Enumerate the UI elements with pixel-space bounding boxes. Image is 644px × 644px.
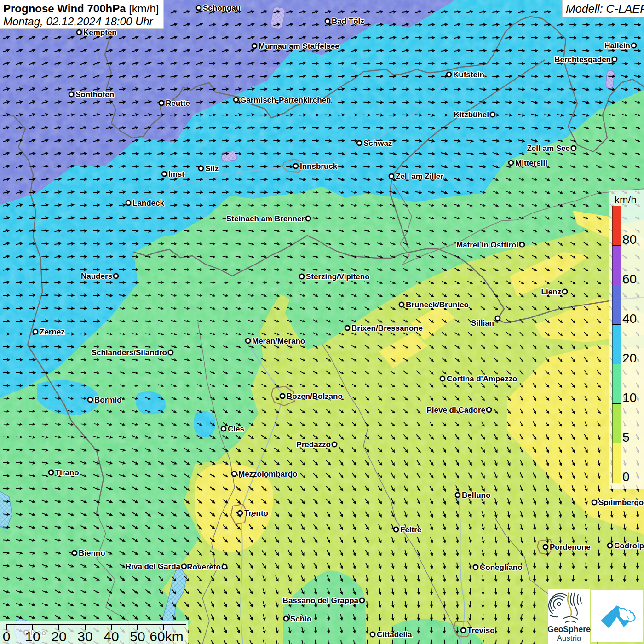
svg-text:40: 40 [104,629,119,644]
svg-text:Lienz: Lienz [541,288,561,296]
svg-text:Trento: Trento [244,509,268,518]
svg-text:Codroipo: Codroipo [614,541,644,550]
svg-text:Mezzolombardo: Mezzolombardo [238,470,297,478]
svg-text:Kufstein: Kufstein [453,70,484,79]
svg-text:Landeck: Landeck [132,199,165,207]
svg-text:Bruneck/Brunico: Bruneck/Brunico [406,300,469,309]
svg-text:Spilimbergo: Spilimbergo [598,498,644,507]
svg-text:Sillian: Sillian [471,319,494,328]
svg-text:Sterzing/Vipiteno: Sterzing/Vipiteno [306,272,370,281]
svg-text:Bormio: Bormio [94,396,122,404]
svg-text:Kitzbühel: Kitzbühel [454,110,489,119]
svg-text:Reutte: Reutte [166,99,190,108]
svg-text:60km: 60km [150,629,183,644]
svg-text:Prognose Wind 700hPa [km/h]: Prognose Wind 700hPa [km/h] [3,2,159,15]
svg-text:GeoSphere: GeoSphere [547,625,591,634]
svg-text:Predazzo: Predazzo [296,440,331,449]
svg-text:km/h: km/h [615,194,637,206]
svg-text:Bienno: Bienno [79,549,105,558]
svg-text:5: 5 [622,430,630,444]
svg-text:Riva del Garda: Riva del Garda [126,562,181,571]
svg-text:60: 60 [622,272,637,286]
svg-text:Bad Tölz: Bad Tölz [332,17,364,26]
svg-text:Cortina d'Ampezzo: Cortina d'Ampezzo [447,374,517,383]
svg-text:Conegliano: Conegliano [480,563,523,572]
svg-text:Cittadella: Cittadella [377,630,412,639]
svg-text:Imst: Imst [168,170,184,178]
svg-text:0: 0 [622,470,630,484]
svg-text:Meran/Merano: Meran/Merano [252,337,305,345]
svg-text:Bozen/Bolzano: Bozen/Bolzano [287,392,343,401]
svg-text:Austria: Austria [557,634,581,643]
svg-text:Mittersill: Mittersill [515,159,547,167]
svg-text:Zell am Ziller: Zell am Ziller [396,172,443,181]
svg-text:Belluno: Belluno [462,491,490,500]
svg-text:10: 10 [622,391,637,405]
svg-text:Nauders: Nauders [81,272,112,281]
svg-text:Montag, 02.12.2024 18:00 Uhr: Montag, 02.12.2024 18:00 Uhr [3,15,154,28]
svg-text:Schio: Schio [290,615,311,623]
svg-text:Zell am See: Zell am See [527,144,570,153]
svg-text:Modell: C-LAEF: Modell: C-LAEF [566,2,644,15]
svg-text:0: 0 [3,629,11,644]
svg-text:Berchtesgaden: Berchtesgaden [554,55,611,64]
svg-text:Garmisch-Partenkirchen: Garmisch-Partenkirchen [240,96,331,104]
svg-text:Schongau: Schongau [203,4,241,12]
svg-text:80: 80 [622,232,637,247]
svg-text:Hallein: Hallein [604,41,630,50]
svg-text:Treviso: Treviso [467,626,495,635]
svg-text:50: 50 [130,629,145,644]
svg-text:Pieve di Cadore: Pieve di Cadore [426,406,485,414]
svg-text:Matrei in Osttirol: Matrei in Osttirol [456,241,518,249]
svg-text:Schwaz: Schwaz [363,139,392,148]
svg-text:Zernez: Zernez [40,328,65,336]
svg-text:Sonthofen: Sonthofen [75,90,114,99]
svg-text:Steinach am Brenner: Steinach am Brenner [226,214,305,223]
svg-text:Schlanders/Silandro: Schlanders/Silandro [92,348,167,357]
svg-text:Bassano del Grappa: Bassano del Grappa [283,596,359,605]
svg-text:Brixen/Bressanone: Brixen/Bressanone [351,324,423,333]
svg-text:40: 40 [622,311,637,326]
svg-text:Cles: Cles [228,425,244,433]
svg-text:Rovereto: Rovereto [187,563,221,571]
svg-text:Innsbruck: Innsbruck [300,162,338,171]
svg-text:Silz: Silz [205,164,218,173]
svg-text:Feltre: Feltre [400,525,421,534]
svg-text:Murnau am Staffelsee: Murnau am Staffelsee [259,42,339,51]
svg-text:Kempten: Kempten [83,28,117,37]
svg-text:20: 20 [51,629,66,644]
svg-text:20: 20 [622,351,637,365]
svg-text:10: 10 [25,629,40,644]
svg-text:Pordenone: Pordenone [550,543,591,552]
svg-text:Tirano: Tirano [55,468,79,477]
svg-text:30: 30 [77,629,92,644]
